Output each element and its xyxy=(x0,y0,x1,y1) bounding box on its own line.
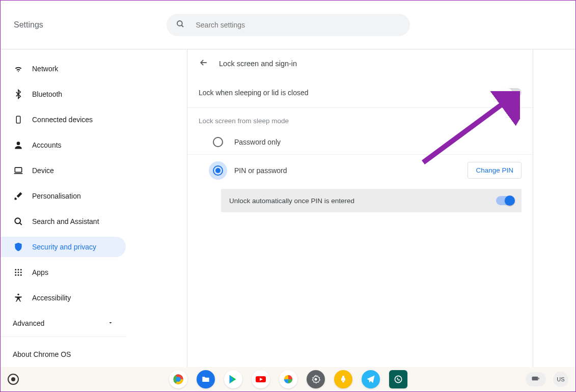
option-label: PIN or password xyxy=(234,166,287,175)
sidebar-item-accounts[interactable]: Accounts xyxy=(1,135,126,155)
sidebar-item-device[interactable]: Device xyxy=(1,160,126,181)
shelf-app-keep[interactable] xyxy=(334,370,352,388)
person-icon xyxy=(13,139,24,151)
accessibility-icon xyxy=(13,292,24,303)
svg-point-11 xyxy=(18,272,19,273)
back-button[interactable] xyxy=(199,58,209,70)
svg-point-9 xyxy=(20,269,22,270)
sidebar-item-label: Connected devices xyxy=(32,116,93,124)
app-header: Settings xyxy=(1,1,575,49)
about-label: About Chrome OS xyxy=(13,350,71,358)
radio-icon xyxy=(213,137,223,147)
laptop-icon xyxy=(13,165,24,176)
bluetooth-icon xyxy=(13,89,24,100)
sidebar-item-apps[interactable]: Apps xyxy=(1,262,126,283)
arrow-left-icon xyxy=(199,58,209,68)
svg-point-7 xyxy=(15,269,16,270)
svg-point-3 xyxy=(17,142,20,145)
change-pin-button[interactable]: Change PIN xyxy=(468,162,522,179)
search-input[interactable] xyxy=(196,21,401,29)
settings-sidebar: Network Bluetooth Connected devices Acco… xyxy=(1,49,126,367)
svg-point-12 xyxy=(20,272,22,273)
svg-point-0 xyxy=(177,21,182,26)
sidebar-item-label: Device xyxy=(32,166,54,175)
shelf-app-youtube[interactable] xyxy=(252,370,270,388)
svg-point-23 xyxy=(314,378,317,381)
chromeos-shelf: US xyxy=(1,367,575,391)
svg-point-16 xyxy=(17,294,19,295)
lock-when-sleeping-label: Lock when sleeping or lid is closed xyxy=(199,89,309,97)
radio-icon xyxy=(213,165,223,176)
sidebar-item-connected-devices[interactable]: Connected devices xyxy=(1,109,126,130)
svg-point-8 xyxy=(18,269,19,270)
shelf-app-photos[interactable] xyxy=(279,370,297,388)
sidebar-item-security[interactable]: Security and privacy xyxy=(1,237,126,257)
lock-when-sleeping-toggle[interactable] xyxy=(504,88,522,97)
option-label: Password only xyxy=(234,138,281,146)
svg-rect-27 xyxy=(538,378,539,379)
subpage-title: Lock screen and sign-in xyxy=(219,60,297,68)
subpage-header: Lock screen and sign-in xyxy=(187,49,533,78)
svg-point-21 xyxy=(176,377,180,381)
shelf-ime-indicator[interactable]: US xyxy=(553,372,568,387)
brush-icon xyxy=(13,190,24,202)
chevron-down-icon xyxy=(107,319,114,327)
apps-icon xyxy=(13,267,24,278)
shelf-app-whatsapp[interactable] xyxy=(389,370,407,388)
unlock-auto-row: Unlock automatically once PIN is entered xyxy=(221,189,522,212)
sidebar-item-label: Search and Assistant xyxy=(32,217,99,226)
svg-rect-24 xyxy=(342,381,344,382)
svg-point-13 xyxy=(15,274,16,276)
sidebar-item-personalisation[interactable]: Personalisation xyxy=(1,186,126,206)
sidebar-item-label: Security and privacy xyxy=(32,243,96,251)
sidebar-item-label: Accounts xyxy=(32,141,62,149)
lock-when-sleeping-row: Lock when sleeping or lid is closed xyxy=(187,78,533,108)
unlock-auto-label: Unlock automatically once PIN is entered xyxy=(229,197,354,205)
svg-point-15 xyxy=(20,274,22,276)
option-pin-or-password[interactable]: PIN or password Change PIN xyxy=(187,155,533,186)
svg-line-6 xyxy=(20,223,22,225)
sidebar-item-label: Personalisation xyxy=(32,192,81,200)
svg-point-10 xyxy=(15,272,16,273)
shelf-app-row xyxy=(169,370,407,388)
sidebar-item-network[interactable]: Network xyxy=(1,59,126,79)
shelf-app-chrome[interactable] xyxy=(169,370,187,388)
shelf-app-settings[interactable] xyxy=(307,370,325,388)
svg-rect-26 xyxy=(532,377,538,381)
svg-point-14 xyxy=(18,274,19,276)
sidebar-item-label: Bluetooth xyxy=(32,90,62,98)
search-icon xyxy=(176,19,185,31)
svg-line-1 xyxy=(181,25,183,27)
shield-icon xyxy=(13,241,24,253)
sidebar-item-accessibility[interactable]: Accessibility xyxy=(1,288,126,308)
svg-point-25 xyxy=(395,376,401,382)
launcher-button[interactable] xyxy=(8,374,19,385)
sidebar-item-label: Accessibility xyxy=(32,294,71,302)
advanced-label: Advanced xyxy=(13,319,44,327)
wifi-icon xyxy=(13,63,24,74)
phone-icon xyxy=(13,114,24,125)
sidebar-item-label: Apps xyxy=(32,268,48,276)
lock-screen-section-label: Lock screen from sleep mode xyxy=(187,108,533,130)
search-icon xyxy=(13,216,24,227)
settings-main: Lock screen and sign-in Lock when sleepi… xyxy=(187,49,533,367)
sidebar-about-chrome-os[interactable]: About Chrome OS xyxy=(1,344,126,365)
page-title-settings: Settings xyxy=(14,20,43,30)
shelf-app-files[interactable] xyxy=(197,370,215,388)
sidebar-item-search-assistant[interactable]: Search and Assistant xyxy=(1,211,126,232)
shelf-status-tray[interactable] xyxy=(526,372,546,386)
settings-search[interactable] xyxy=(167,14,410,36)
sidebar-item-label: Network xyxy=(32,65,58,73)
shelf-app-play[interactable] xyxy=(224,370,242,388)
svg-rect-4 xyxy=(15,167,21,172)
sidebar-item-bluetooth[interactable]: Bluetooth xyxy=(1,84,126,104)
sidebar-advanced-toggle[interactable]: Advanced xyxy=(1,313,126,333)
svg-rect-2 xyxy=(16,116,20,123)
shelf-app-telegram[interactable] xyxy=(362,370,380,388)
unlock-auto-toggle[interactable] xyxy=(496,196,513,205)
option-password-only[interactable]: Password only xyxy=(187,130,533,155)
